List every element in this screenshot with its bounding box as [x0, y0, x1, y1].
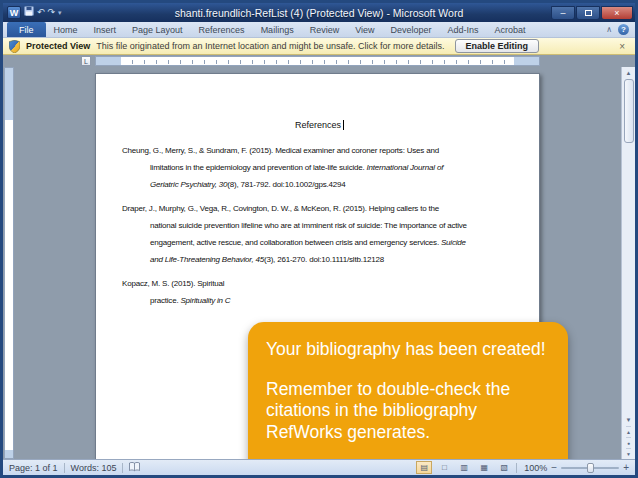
ref-text: Draper, J., Murphy, G., Vega, R., Coving…	[122, 204, 439, 213]
previous-page-icon[interactable]: ▲	[626, 426, 632, 437]
tab-file[interactable]: File	[7, 22, 46, 37]
select-browse-object-icon[interactable]: ●	[626, 437, 632, 448]
qat-dropdown-icon[interactable]: ▾	[58, 6, 62, 19]
reference-line: Kopacz, M. S. (2015). Spiritual	[122, 275, 517, 292]
ref-text: engagement, active rescue, and collabora…	[150, 238, 441, 247]
scrollbar-bottom-controls: ▼ ▲ ● ▼	[626, 414, 632, 459]
reference-line: Geriatric Psychiatry, 30(8), 781-792. do…	[122, 176, 517, 193]
horizontal-ruler[interactable]	[95, 56, 540, 66]
zoom-in-icon[interactable]: +	[623, 462, 629, 473]
ribbon-right-controls: ∧ ?	[606, 22, 635, 37]
heading-text: References	[295, 120, 341, 130]
ref-text: (3), 261-270. doi:10.1111/sltb.12128	[264, 255, 384, 264]
floppy-icon	[24, 6, 34, 16]
status-separator	[516, 463, 517, 473]
callout-text-line-2: Remember to double-check the citations i…	[266, 379, 550, 444]
zoom-slider[interactable]	[561, 467, 619, 469]
reference-line: practice. Spirituality in C	[122, 292, 517, 309]
document-heading: References	[122, 120, 517, 130]
reference-line: Cheung, G., Merry, S., & Sundram, F. (20…	[122, 142, 517, 159]
message-bar-close-icon[interactable]: ×	[615, 41, 629, 52]
scroll-up-icon[interactable]: ▲	[626, 67, 632, 79]
reference-line: national suicide prevention lifeline who…	[122, 217, 517, 234]
minimize-ribbon-icon[interactable]: ∧	[606, 25, 612, 34]
zoom-level[interactable]: 100%	[521, 463, 547, 473]
ruler-row: L	[3, 55, 635, 67]
ref-text: (8), 781-792. doi:10.1002/gps.4294	[227, 180, 345, 189]
scroll-down-icon[interactable]: ▼	[626, 414, 632, 426]
quick-access-toolbar: W ↶ ↷ ▾	[3, 6, 62, 20]
callout-text-line-1: Your bibliography has been created!	[266, 339, 550, 361]
next-page-icon[interactable]: ▼	[626, 448, 632, 459]
help-icon[interactable]: ?	[618, 24, 629, 35]
ref-text: Cheung, G., Merry, S., & Sundram, F. (20…	[122, 146, 439, 155]
tab-home[interactable]: Home	[46, 22, 86, 37]
protected-view-label: Protected View	[26, 41, 90, 51]
web-layout-view-icon[interactable]: ▥	[456, 461, 472, 474]
save-icon[interactable]	[24, 6, 34, 20]
zoom-out-icon[interactable]: −	[551, 462, 557, 473]
shield-icon	[9, 40, 20, 53]
tab-stop-selector[interactable]: L	[81, 56, 91, 66]
ref-text: Kopacz, M. S. (2015). Spiritual	[122, 279, 224, 288]
enable-editing-button[interactable]: Enable Editing	[455, 39, 540, 53]
horizontal-ruler-text-area	[121, 57, 514, 65]
print-layout-view-icon[interactable]: ▤	[416, 461, 432, 474]
close-button[interactable]: ×	[601, 6, 633, 20]
window-title: shanti.freundlich-RefList (4) (Protected…	[3, 7, 635, 19]
bibliography-callout: Your bibliography has been created! Reme…	[248, 322, 568, 459]
text-cursor	[343, 120, 344, 130]
tab-acrobat[interactable]: Acrobat	[487, 22, 534, 37]
reference-entry-cheung: Cheung, G., Merry, S., & Sundram, F. (20…	[122, 142, 517, 193]
tab-add-ins[interactable]: Add-Ins	[440, 22, 487, 37]
tab-view[interactable]: View	[347, 22, 382, 37]
tab-page-layout[interactable]: Page Layout	[124, 22, 191, 37]
ribbon-tab-bar: File Home Insert Page Layout References …	[3, 22, 635, 38]
status-bar: Page: 1 of 1 Words: 105 ▤ □ ▥ ▦ ▧ 100% −…	[3, 459, 635, 475]
scrollbar-thumb[interactable]	[624, 79, 634, 143]
ref-text-italic: and Life-Threatening Behavior, 45	[150, 255, 264, 264]
window-controls: – ×	[551, 6, 635, 20]
maximize-button[interactable]	[576, 6, 600, 20]
word-count[interactable]: Words: 105	[71, 463, 117, 473]
vertical-scrollbar[interactable]: ▲ ▼ ▲ ● ▼	[621, 67, 635, 459]
proofing-status-icon[interactable]	[129, 462, 140, 474]
ref-text: practice.	[150, 296, 180, 305]
outline-view-icon[interactable]: ▦	[476, 461, 492, 474]
page-indicator[interactable]: Page: 1 of 1	[9, 463, 58, 473]
draft-view-icon[interactable]: ▧	[496, 461, 512, 474]
reference-line: limitations in the epidemiology and prev…	[122, 159, 517, 176]
zoom-slider-thumb[interactable]	[587, 463, 594, 473]
document-area: References Cheung, G., Merry, S., & Sund…	[3, 67, 635, 459]
status-bar-right: ▤ □ ▥ ▦ ▧ 100% − +	[416, 461, 629, 474]
minimize-button[interactable]: –	[551, 6, 575, 20]
ref-text-italic: Spirituality in C	[180, 296, 230, 305]
status-separator	[64, 463, 65, 473]
vertical-ruler-text-area	[5, 120, 13, 450]
maximize-icon	[585, 10, 592, 16]
vertical-ruler[interactable]	[4, 67, 14, 459]
ref-text-italic: Geriatric Psychiatry, 30	[150, 180, 227, 189]
reference-entry-draper: Draper, J., Murphy, G., Vega, R., Coving…	[122, 200, 517, 268]
word-window: W ↶ ↷ ▾ shanti.freundlich-RefList (4) (P…	[0, 0, 638, 478]
reference-line: and Life-Threatening Behavior, 45(3), 26…	[122, 251, 517, 268]
ref-text: limitations in the epidemiology and prev…	[150, 163, 367, 172]
redo-icon[interactable]: ↷	[48, 6, 56, 19]
status-separator	[122, 463, 123, 473]
tab-mailings[interactable]: Mailings	[253, 22, 302, 37]
protected-view-bar: Protected View This file originated from…	[3, 38, 635, 55]
tab-developer[interactable]: Developer	[383, 22, 440, 37]
tab-review[interactable]: Review	[302, 22, 348, 37]
fullscreen-reading-view-icon[interactable]: □	[436, 461, 452, 474]
reference-line: engagement, active rescue, and collabora…	[122, 234, 517, 251]
tab-references[interactable]: References	[191, 22, 253, 37]
undo-icon[interactable]: ↶	[37, 6, 45, 19]
reference-entry-kopacz: Kopacz, M. S. (2015). Spiritual practice…	[122, 275, 517, 309]
word-app-icon[interactable]: W	[7, 6, 21, 19]
ref-text-italic: Suicide	[441, 238, 466, 247]
ref-text: national suicide prevention lifeline who…	[150, 221, 467, 230]
reference-line: Draper, J., Murphy, G., Vega, R., Coving…	[122, 200, 517, 217]
title-bar: W ↶ ↷ ▾ shanti.freundlich-RefList (4) (P…	[3, 3, 635, 22]
protected-view-message: This file originated from an Internet lo…	[96, 41, 444, 51]
tab-insert[interactable]: Insert	[86, 22, 125, 37]
